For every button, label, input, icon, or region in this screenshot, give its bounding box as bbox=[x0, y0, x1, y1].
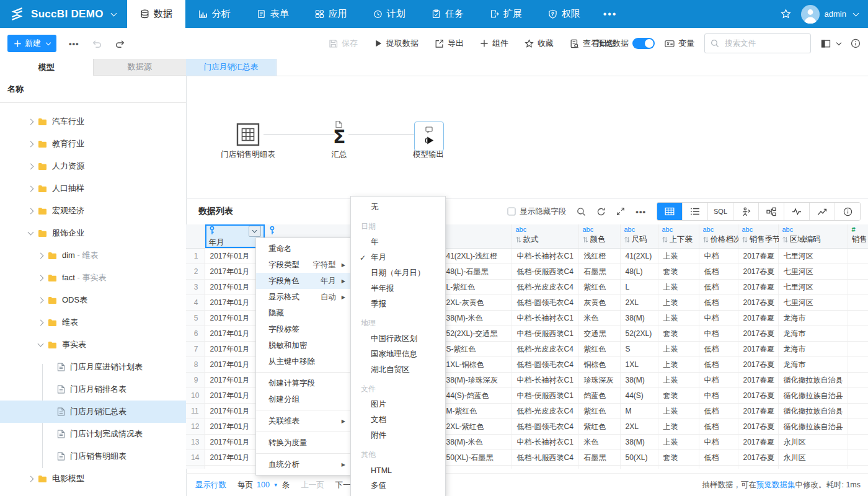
submenu-item-多值[interactable]: 多值 bbox=[351, 478, 445, 494]
favorite-star-icon[interactable] bbox=[781, 9, 791, 19]
chevron-right-icon[interactable] bbox=[38, 319, 44, 326]
nav-tab-表单[interactable]: 表单 bbox=[244, 0, 302, 28]
tree-item-门店月销汇总表[interactable]: 门店月销汇总表 bbox=[0, 401, 186, 423]
column-header-颜色[interactable]: abc颜色 bbox=[578, 224, 620, 249]
chevron-right-icon[interactable] bbox=[28, 185, 34, 192]
column-header-价格档次[interactable]: abc价格档次 bbox=[699, 224, 738, 249]
submenu-item-无[interactable]: 无 bbox=[351, 200, 445, 215]
chevron-right-icon[interactable] bbox=[38, 252, 44, 259]
view-info-button[interactable] bbox=[835, 203, 860, 220]
tree-item-电影模型[interactable]: 电影模型 bbox=[0, 467, 186, 490]
menu-item-转换为度量[interactable]: 转换为度量 bbox=[256, 435, 351, 451]
submenu-item-附件[interactable]: 附件 bbox=[351, 428, 445, 443]
app-logo[interactable]: SuccBI DEMO bbox=[0, 0, 127, 28]
tree-item-门店月销排名表[interactable]: 门店月销排名表 bbox=[0, 378, 186, 401]
chevron-down-icon[interactable] bbox=[38, 341, 44, 347]
nav-tab-权限[interactable]: 权限 bbox=[535, 0, 593, 28]
nav-tab-扩展[interactable]: 扩展 bbox=[477, 0, 535, 28]
submenu-item-图片[interactable]: 图片 bbox=[351, 397, 445, 412]
sort-icon[interactable] bbox=[662, 236, 668, 243]
more-icon[interactable]: ••• bbox=[636, 207, 646, 216]
nav-tab-计划[interactable]: 计划 bbox=[360, 0, 418, 28]
tree-item-门店计划完成情况表[interactable]: 门店计划完成情况表 bbox=[0, 423, 186, 445]
view-pulse-button[interactable] bbox=[784, 203, 809, 220]
submenu-item-半年报[interactable]: 半年报 bbox=[351, 281, 445, 296]
tree-item-ODS表[interactable]: ODS表 bbox=[0, 289, 186, 311]
tree-item-汽车行业[interactable]: 汽车行业 bbox=[0, 110, 186, 133]
menu-item-血统分析[interactable]: 血统分析▶ bbox=[256, 456, 351, 472]
sort-icon[interactable] bbox=[782, 236, 788, 243]
tree-item-服饰企业[interactable]: 服饰企业 bbox=[0, 222, 186, 244]
undo-icon[interactable] bbox=[92, 39, 102, 48]
submenu-item-年[interactable]: 年 bbox=[351, 234, 445, 250]
sigma-icon[interactable]: Σ bbox=[333, 128, 346, 146]
submenu-item-国家地理信息[interactable]: 国家地理信息 bbox=[351, 347, 445, 362]
menu-item-关联维表[interactable]: 关联维表▶ bbox=[256, 413, 351, 429]
toolbar-more-icon[interactable]: ••• bbox=[69, 39, 79, 48]
nav-tab-任务[interactable]: 任务 bbox=[418, 0, 477, 28]
layout-switch-button[interactable] bbox=[821, 39, 841, 48]
column-header-销售季节[interactable]: abc销售季节 bbox=[738, 224, 778, 249]
new-button[interactable]: 新建 bbox=[7, 35, 56, 52]
menu-item-显示格式[interactable]: 显示格式自动▶ bbox=[256, 289, 351, 305]
favorite-button[interactable]: 收藏 bbox=[525, 38, 554, 49]
chevron-right-icon[interactable] bbox=[28, 141, 34, 147]
submenu-item-季报[interactable]: 季报 bbox=[351, 296, 445, 312]
column-header-上下装[interactable]: abc上下装 bbox=[658, 224, 699, 249]
column-header-尺码[interactable]: abc尺码 bbox=[620, 224, 658, 249]
flow-node-source-icon[interactable] bbox=[236, 123, 260, 146]
tree-item-维表[interactable]: 维表 bbox=[0, 311, 186, 334]
column-dropdown-button[interactable] bbox=[249, 226, 261, 237]
submenu-item-湖北自贸区[interactable]: 湖北自贸区 bbox=[351, 362, 445, 378]
nav-tab-应用[interactable]: 应用 bbox=[302, 0, 360, 28]
menu-item-字段角色[interactable]: 字段角色年月▶ bbox=[256, 273, 351, 289]
view-list-button[interactable] bbox=[682, 203, 707, 220]
component-button[interactable]: 组件 bbox=[480, 38, 508, 49]
view-lineage-person-button[interactable] bbox=[733, 203, 758, 220]
variable-button[interactable]: 变量 bbox=[665, 38, 694, 49]
per-page-value[interactable]: 100 bbox=[257, 480, 270, 489]
menu-item-从主键中移除[interactable]: 从主键中移除 bbox=[256, 353, 351, 370]
preview-data-toggle[interactable] bbox=[632, 38, 655, 49]
user-menu[interactable]: admin bbox=[801, 5, 858, 24]
view-sql-button[interactable]: SQL bbox=[707, 203, 733, 220]
menu-item-创建计算字段[interactable]: 创建计算字段 bbox=[256, 375, 351, 391]
tree-item-人口抽样[interactable]: 人口抽样 bbox=[0, 177, 186, 200]
menu-item-字段类型[interactable]: 字段类型字符型▶ bbox=[256, 257, 351, 273]
menu-item-隐藏[interactable]: 隐藏 bbox=[256, 305, 351, 321]
nav-tab-分析[interactable]: 分析 bbox=[185, 0, 244, 28]
sidebar-tab-model[interactable]: 模型 bbox=[0, 59, 93, 76]
menu-item-重命名[interactable]: 重命名 bbox=[256, 241, 351, 257]
sort-icon[interactable] bbox=[624, 236, 630, 243]
menu-item-创建分组[interactable]: 创建分组 bbox=[256, 391, 351, 407]
view-table-button[interactable] bbox=[657, 203, 682, 220]
submenu-item-文档[interactable]: 文档 bbox=[351, 412, 445, 428]
refresh-icon[interactable] bbox=[596, 207, 606, 216]
chevron-right-icon[interactable] bbox=[38, 297, 44, 303]
export-button[interactable]: 导出 bbox=[435, 38, 464, 49]
tree-item-dim[interactable]: dim - 维表 bbox=[0, 244, 186, 267]
submenu-item-年月[interactable]: ✓年月 bbox=[351, 250, 445, 265]
save-button[interactable]: 保存 bbox=[329, 38, 358, 49]
sidebar-tab-datasource[interactable]: 数据源 bbox=[93, 59, 187, 76]
column-header-销售[interactable]: #销售 bbox=[848, 224, 868, 249]
preview-dataset-link[interactable]: 预览数据集 bbox=[756, 480, 795, 489]
tree-item-人力资源[interactable]: 人力资源 bbox=[0, 155, 186, 177]
submenu-item-HTML[interactable]: HTML bbox=[351, 463, 445, 478]
view-relation-button[interactable] bbox=[758, 203, 784, 220]
chevron-right-icon[interactable] bbox=[28, 118, 34, 125]
info-icon[interactable] bbox=[851, 38, 861, 48]
nav-more-icon[interactable]: ••• bbox=[593, 0, 627, 28]
column-header-款式[interactable]: abc款式 bbox=[512, 224, 578, 249]
show-rows-link[interactable]: 显示行数 bbox=[195, 480, 226, 490]
chevron-right-icon[interactable] bbox=[28, 476, 34, 482]
search-icon[interactable] bbox=[577, 207, 586, 216]
menu-item-字段标签[interactable]: 字段标签 bbox=[256, 321, 351, 337]
chevron-right-icon[interactable] bbox=[38, 275, 44, 281]
chevron-down-icon[interactable] bbox=[28, 229, 34, 236]
nav-tab-数据[interactable]: 数据 bbox=[127, 0, 185, 28]
doc-tab-active[interactable]: 门店月销汇总表 bbox=[186, 59, 277, 76]
search-input[interactable] bbox=[724, 38, 805, 48]
prev-page-button[interactable]: 上一页 bbox=[301, 480, 324, 490]
tree-item-宏观经济[interactable]: 宏观经济 bbox=[0, 200, 186, 222]
